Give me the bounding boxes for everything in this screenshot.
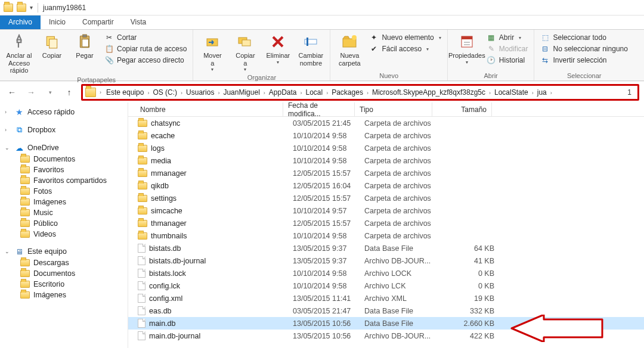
file-row[interactable]: media10/10/2014 9:58Carpeta de archivos	[128, 154, 644, 167]
file-row[interactable]: bistats.lock10/10/2014 9:58Archivo LOCK0…	[128, 267, 644, 279]
chevron-icon[interactable]: ›	[262, 90, 267, 96]
sidebar-item[interactable]: Escritorio	[0, 279, 128, 290]
file-size: 0 KB	[442, 282, 501, 290]
chevron-icon[interactable]: ›	[488, 90, 492, 96]
paste-shortcut-button[interactable]: 📎 Pegar acceso directo	[102, 55, 189, 66]
file-date: 10/10/2014 9:58	[293, 144, 364, 153]
new-item-button[interactable]: ✦ Nuevo elemento▾	[367, 32, 443, 43]
sidebar-quickaccess[interactable]: ›★Acceso rápido	[0, 106, 128, 118]
pin-icon	[10, 32, 29, 51]
rename-button[interactable]: Cambiar nombre	[295, 31, 326, 68]
col-size[interactable]: Tamaño	[432, 102, 492, 116]
caret-icon[interactable]: ›	[5, 127, 11, 133]
file-row[interactable]: simcache10/10/2014 9:57Carpeta de archiv…	[128, 204, 644, 217]
breadcrumb-item[interactable]: AppData	[267, 88, 299, 97]
sidebar-item[interactable]: Music	[0, 207, 128, 218]
breadcrumb-item[interactable]: Local	[304, 88, 326, 97]
overflow-icon[interactable]: ▾	[30, 4, 33, 11]
tab-archivo[interactable]: Archivo	[0, 15, 41, 29]
file-type: Data Base File	[364, 319, 442, 328]
sidebar-item[interactable]: Descargas	[0, 257, 128, 268]
breadcrumb-item[interactable]: Usuarios	[184, 88, 216, 97]
forward-button[interactable]: →	[24, 85, 38, 100]
svg-rect-1	[49, 39, 57, 48]
breadcrumb-item[interactable]: Este equipo	[104, 88, 146, 97]
breadcrumb-item[interactable]: OS (C:)	[150, 88, 179, 97]
breadcrumb-item[interactable]: Packages	[329, 88, 366, 97]
file-name: eas.db	[149, 307, 172, 315]
breadcrumb-item[interactable]: LocalState	[492, 88, 531, 97]
delete-button[interactable]: Eliminar▾	[262, 31, 293, 66]
select-all-button[interactable]: ⬚ Seleccionar todo	[538, 32, 630, 43]
chevron-icon[interactable]: ›	[98, 89, 103, 95]
file-row[interactable]: ecache10/10/2014 9:58Carpeta de archivos	[128, 129, 644, 142]
file-row[interactable]: mmanager12/05/2015 15:57Carpeta de archi…	[128, 167, 644, 179]
file-row[interactable]: config.xml13/05/2015 11:41Archivo XML19 …	[128, 292, 644, 304]
select-none-button[interactable]: ⊟ No seleccionar ninguno	[538, 44, 630, 54]
breadcrumb-item[interactable]: Microsoft.SkypeApp_kzf8qxf38zg5c	[370, 88, 488, 97]
file-date: 13/05/2015 11:41	[293, 294, 364, 303]
file-row[interactable]: qikdb12/05/2015 16:04Carpeta de archivos	[128, 179, 644, 192]
caret-down-icon[interactable]: ⌄	[5, 248, 11, 254]
recent-dropdown[interactable]: ▾	[43, 85, 57, 100]
invert-selection-button[interactable]: ⇆ Invertir selección	[538, 55, 630, 66]
file-row[interactable]: bistats.db13/05/2015 9:37Data Base File6…	[128, 242, 644, 254]
chevron-icon[interactable]: ›	[179, 90, 184, 96]
copy-button[interactable]: Copiar	[36, 31, 67, 61]
copy-path-button[interactable]: 📋 Copiar ruta de acceso	[102, 44, 189, 54]
copy-to-button[interactable]: Copiar a▾	[230, 31, 261, 73]
sidebar-item[interactable]: Videos	[0, 229, 128, 240]
sidebar-item[interactable]: Fotos	[0, 186, 128, 197]
col-date[interactable]: Fecha de modifica...	[283, 102, 355, 116]
paste-button[interactable]: Pegar	[69, 31, 100, 61]
select-all-icon: ⬚	[540, 33, 550, 42]
file-row[interactable]: thumbnails10/10/2014 9:58Carpeta de arch…	[128, 229, 644, 242]
file-row[interactable]: bistats.db-journal13/05/2015 9:37Archivo…	[128, 254, 644, 267]
properties-button[interactable]: Propiedades▾	[451, 31, 482, 66]
breadcrumb-item[interactable]: jua	[535, 88, 549, 97]
sidebar-este-equipo[interactable]: ⌄🖥Este equipo	[0, 246, 128, 257]
address-bar[interactable]: › Este equipo›OS (C:)›Usuarios›JuanMigue…	[81, 84, 639, 101]
cut-button[interactable]: ✂ Cortar	[102, 32, 189, 43]
new-folder-button[interactable]: Nueva carpeta	[334, 31, 365, 68]
chevron-icon[interactable]: ›	[366, 90, 370, 96]
history-button[interactable]: 🕑 Historial	[484, 55, 531, 66]
move-to-button[interactable]: Mover a▾	[197, 31, 228, 73]
caret-down-icon[interactable]: ⌄	[5, 145, 11, 151]
edit-button[interactable]: ✎ Modificar	[484, 44, 531, 54]
sidebar-item[interactable]: Favoritos compartidos	[0, 175, 128, 186]
sidebar-item[interactable]: Documentos	[0, 154, 128, 164]
sidebar-item[interactable]: Imágenes	[0, 197, 128, 207]
file-row[interactable]: logs10/10/2014 9:58Carpeta de archivos	[128, 142, 644, 154]
breadcrumb-item[interactable]: JuanMiguel	[221, 88, 262, 97]
tab-vista[interactable]: Vista	[122, 15, 154, 29]
sidebar-item[interactable]: Favoritos	[0, 164, 128, 175]
file-row[interactable]: settings12/05/2015 15:57Carpeta de archi…	[128, 192, 644, 204]
file-row[interactable]: config.lck10/10/2014 9:58Archivo LCK0 KB	[128, 279, 644, 292]
delete-icon	[268, 32, 287, 51]
sidebar-dropbox[interactable]: ›⧉Dropbox	[0, 124, 128, 136]
col-type[interactable]: Tipo	[355, 102, 432, 116]
up-button[interactable]: ↑	[62, 85, 76, 100]
tab-inicio[interactable]: Inicio	[41, 15, 74, 29]
folder-icon	[20, 231, 30, 238]
open-button[interactable]: ▦ Abrir▾	[484, 32, 531, 43]
sidebar-onedrive[interactable]: ⌄☁OneDrive	[0, 142, 128, 154]
pin-quickaccess-button[interactable]: Anclar al Acceso rápido	[4, 31, 35, 76]
window-title: juanmy19861	[43, 4, 86, 12]
sidebar-item[interactable]: Imágenes	[0, 290, 128, 300]
tab-compartir[interactable]: Compartir	[74, 15, 122, 29]
chevron-icon[interactable]: ›	[531, 90, 535, 96]
file-row[interactable]: thmanager12/05/2015 15:57Carpeta de arch…	[128, 217, 644, 229]
chevron-icon[interactable]: ›	[549, 90, 553, 96]
easy-access-button[interactable]: ✔ Fácil acceso▾	[367, 44, 443, 54]
sidebar-item[interactable]: Documentos	[0, 268, 128, 279]
col-name[interactable]: Nombre	[128, 102, 283, 116]
back-button[interactable]: ←	[5, 85, 19, 100]
chevron-icon[interactable]: ›	[299, 90, 304, 96]
file-date: 13/05/2015 10:56	[293, 332, 364, 340]
file-icon	[138, 331, 145, 340]
file-row[interactable]: chatsync03/05/2015 21:45Carpeta de archi…	[128, 117, 644, 129]
sidebar-item[interactable]: Público	[0, 218, 128, 229]
caret-icon[interactable]: ›	[5, 109, 11, 115]
